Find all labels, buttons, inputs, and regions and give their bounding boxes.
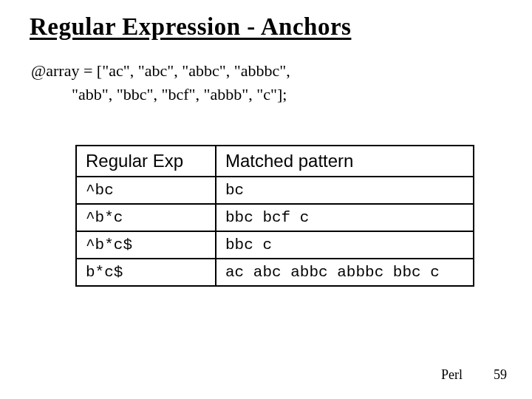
page-title: Regular Expression - Anchors (30, 13, 502, 40)
table-row: ^b*c bbc bcf c (76, 204, 474, 231)
slide: Regular Expression - Anchors @array = ["… (0, 0, 532, 399)
cell-regex: b*c$ (76, 259, 216, 286)
regex-table: Regular Exp Matched pattern ^bc bc ^b*c … (75, 145, 474, 287)
cell-matched: ac abc abbc abbbc bbc c (216, 259, 474, 286)
cell-regex: ^bc (76, 177, 216, 204)
regex-table-wrap: Regular Exp Matched pattern ^bc bc ^b*c … (75, 145, 464, 287)
table-header-row: Regular Exp Matched pattern (76, 146, 474, 177)
footer-label: Perl (441, 367, 463, 383)
cell-matched: bc (216, 177, 474, 204)
cell-matched: bbc c (216, 231, 474, 259)
cell-regex: ^b*c (76, 204, 216, 231)
header-matched: Matched pattern (216, 146, 474, 177)
table-row: ^bc bc (76, 177, 474, 204)
code-line-2: "abb", "bbc", "bcf", "abbb", "c"]; (31, 85, 287, 103)
cell-regex: ^b*c$ (76, 231, 216, 259)
code-array-definition: @array = ["ac", "abc", "abbc", "abbbc", … (31, 59, 502, 106)
table-row: ^b*c$ bbc c (76, 231, 474, 259)
table-row: b*c$ ac abc abbc abbbc bbc c (76, 259, 474, 286)
cell-matched: bbc bcf c (216, 204, 474, 231)
header-regex: Regular Exp (76, 146, 216, 177)
code-line-1: @array = ["ac", "abc", "abbc", "abbbc", (31, 61, 290, 80)
footer-page-number: 59 (494, 367, 507, 383)
